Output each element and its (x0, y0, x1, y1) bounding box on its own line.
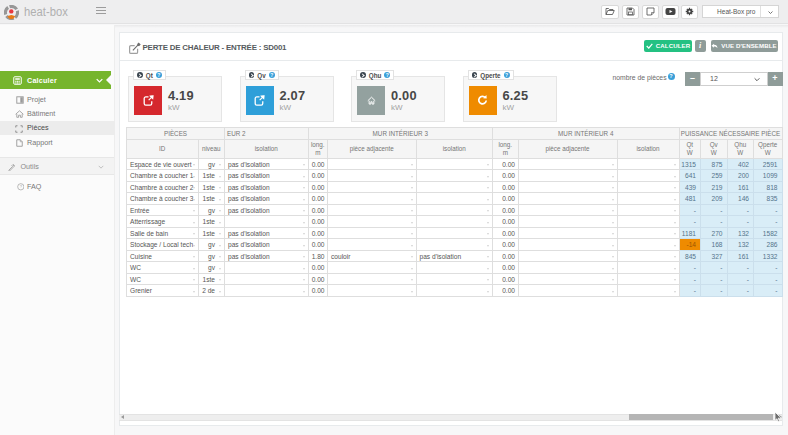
svg-text:?: ? (19, 184, 22, 189)
